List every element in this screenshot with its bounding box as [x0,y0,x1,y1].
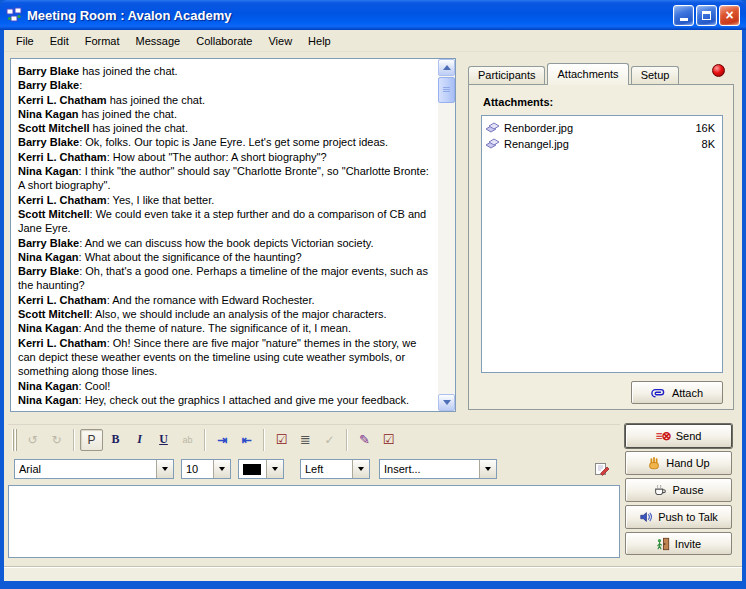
chat-text: has joined the chat. [90,122,188,134]
attachment-row[interactable]: Renborder.jpg 16K [485,120,719,136]
chat-text: : [79,79,82,91]
maximize-button[interactable] [696,5,717,26]
file-name: Renangel.jpg [504,138,702,150]
titlebar[interactable]: Meeting Room : Avalon Academy × [0,0,746,30]
speaker-icon [639,510,653,524]
insert-select[interactable]: Insert... [379,459,497,479]
chat-transcript-box: Barry Blake has joined the chat.Barry Bl… [10,58,456,412]
dropdown-arrow-icon[interactable] [479,460,496,478]
file-size: 16K [695,122,715,134]
chat-message: Barry Blake: Ok, folks. Our topic is Jan… [18,135,434,149]
scrollbar-up-button[interactable] [438,59,455,76]
attachments-listbox[interactable]: Renborder.jpg 16K Renangel.jpg 8K [481,115,723,373]
toolbar-separator [73,429,75,451]
menu-item[interactable]: Format [77,32,128,50]
arrow-down-icon [443,400,451,405]
file-icon [485,137,500,151]
menu-bar: FileEditFormatMessageCollaborateViewHelp [4,30,742,52]
chat-message: Scott Mitchell: We could even take it a … [18,207,434,236]
meeting-room-window: Meeting Room : Avalon Academy × FileEdit… [0,0,746,589]
font-family-select[interactable]: Arial [14,459,174,479]
invite-label: Invite [675,538,701,550]
menu-item[interactable]: Collaborate [188,32,260,50]
chat-message: Barry Blake: [18,78,434,92]
dropdown-arrow-icon[interactable] [156,460,173,478]
chat-author: Barry Blake [18,79,79,91]
menu-item[interactable]: View [260,32,300,50]
tab-setup[interactable]: Setup [631,66,680,84]
attachments-tab-page: Attachments: Renborder.jpg 16K Renangel.… [468,84,734,410]
invite-button[interactable]: Invite [625,532,732,555]
dropdown-arrow-icon[interactable] [266,460,283,478]
file-name: Renborder.jpg [504,122,695,134]
select-check-button[interactable]: ☑ [270,429,293,451]
paperclip-icon [651,387,667,399]
window-body: FileEditFormatMessageCollaborateViewHelp… [4,30,742,581]
menu-item[interactable]: File [8,32,42,50]
tab-attachments[interactable]: Attachments [547,63,628,85]
chat-author: Barry Blake [18,65,79,77]
font-size-value: 10 [182,463,213,475]
chat-message: Nina Kagan: Hey, check out the graphics … [18,393,434,407]
chat-message: Kerri L. Chatham has joined the chat. [18,93,434,107]
underline-button[interactable]: U [152,429,175,451]
chat-author: Kerri L. Chatham [18,151,107,163]
menu-item[interactable]: Message [128,32,189,50]
hand-up-button[interactable]: Hand Up [625,451,732,475]
minimize-button[interactable] [673,5,694,26]
chat-author: Nina Kagan [18,394,79,406]
door-person-icon [656,537,670,551]
pause-button[interactable]: Pause [625,478,732,502]
chat-author: Barry Blake [18,237,79,249]
chat-author: Barry Blake [18,136,79,148]
dropdown-arrow-icon[interactable] [213,460,230,478]
dropdown-arrow-icon[interactable] [352,460,369,478]
scrollbar-down-button[interactable] [438,394,455,411]
font-size-select[interactable]: 10 [181,459,231,479]
alignment-select[interactable]: Left [300,459,370,479]
chat-message: Kerri L. Chatham: And the romance with E… [18,293,434,307]
outdent-button[interactable]: ⇤ [235,429,258,451]
chat-text: : And the theme of nature. The significa… [79,322,352,334]
indent-button[interactable]: ⇥ [211,429,234,451]
maximize-icon [702,11,711,20]
toolbar-separator [346,429,348,451]
chat-message: Kerri L. Chatham: Yes, I like that bette… [18,193,434,207]
chat-text: has joined the chat. [107,94,205,106]
menu-item[interactable]: Edit [42,32,77,50]
attach-label: Attach [672,387,703,399]
chat-author: Kerri L. Chatham [18,194,107,206]
bold-button[interactable]: B [104,429,127,451]
menu-item[interactable]: Help [300,32,339,50]
list-check-button[interactable]: ≣ [294,429,317,451]
plain-button[interactable]: P [80,429,103,451]
alignment-value: Left [301,463,352,475]
spell-check-button[interactable]: ☑ [377,429,400,451]
push-to-talk-label: Push to Talk [658,511,718,523]
italic-button[interactable]: I [128,429,151,451]
scrollbar-thumb[interactable] [438,77,455,103]
chat-message: Nina Kagan has joined the chat. [18,107,434,121]
chat-message: Barry Blake: And we can discuss how the … [18,236,434,250]
add-annotation-button[interactable]: ✎ [353,429,376,451]
toolbar-grip[interactable] [12,429,17,451]
toolbar-separator [204,429,206,451]
attach-button[interactable]: Attach [631,381,723,404]
chat-author: Scott Mitchell [18,122,90,134]
tab-participants[interactable]: Participants [468,66,545,84]
message-input[interactable] [8,485,620,558]
text-color-select[interactable] [238,459,284,479]
chat-text: : Cool! [79,380,111,392]
close-button[interactable]: × [719,5,740,26]
send-button[interactable]: ≡⊗ Send [625,424,732,448]
attachment-row[interactable]: Renangel.jpg 8K [485,136,719,152]
send-label: Send [676,430,702,442]
chat-author: Nina Kagan [18,380,79,392]
chat-scrollbar[interactable] [438,59,455,411]
chat-text: : Also, we should include an analysis of… [90,308,387,320]
insert-value: Insert... [380,463,479,475]
sign-edit-icon[interactable] [594,461,610,477]
push-to-talk-button[interactable]: Push to Talk [625,505,732,529]
arrow-up-icon [443,65,451,70]
hand-up-label: Hand Up [666,457,709,469]
